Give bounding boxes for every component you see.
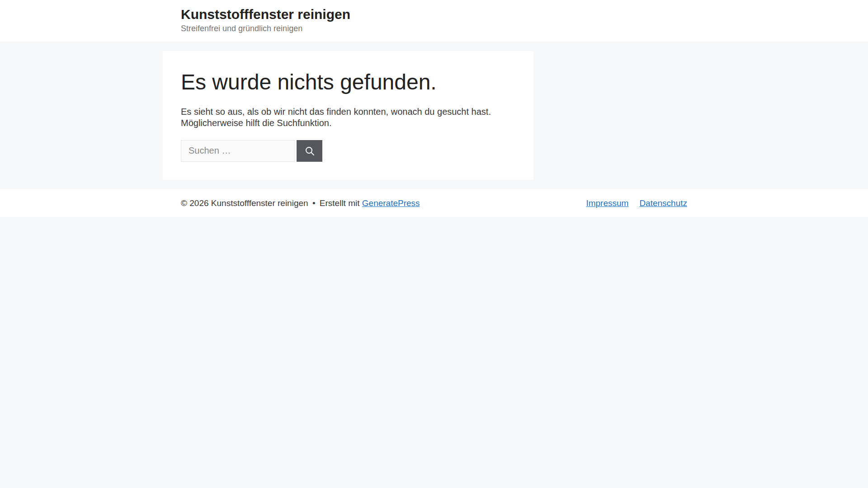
site-header: Kunststofffenster reinigen Streifenfrei … <box>0 0 868 42</box>
footer-link-datenschutz[interactable]: Datenschutz <box>639 198 687 208</box>
search-form <box>181 140 515 162</box>
content-area: Es wurde nichts gefunden. Es sieht so au… <box>0 42 868 189</box>
footer-link-impressum[interactable]: Impressum <box>586 198 628 208</box>
footer-nav: Impressum Datenschutz <box>586 198 687 208</box>
page-title: Es wurde nichts gefunden. <box>181 69 515 95</box>
credit-prefix: Erstellt mit <box>320 198 360 208</box>
generatepress-link[interactable]: GeneratePress <box>362 198 420 208</box>
footer-copyright: © 2026 Kunststofffenster reinigen • Erst… <box>181 198 420 208</box>
not-found-message: Es sieht so aus, als ob wir nicht das fi… <box>181 106 515 129</box>
copyright-text: © 2026 Kunststofffenster reinigen <box>181 198 308 208</box>
site-tagline: Streifenfrei und gründlich reinigen <box>181 23 687 35</box>
search-input[interactable] <box>181 140 295 162</box>
search-icon <box>304 145 315 156</box>
search-button[interactable] <box>297 140 322 162</box>
not-found-card: Es wurde nichts gefunden. Es sieht so au… <box>163 51 533 180</box>
footer-separator: • <box>311 198 317 208</box>
site-title-link[interactable]: Kunststofffenster reinigen <box>181 6 350 23</box>
site-footer: © 2026 Kunststofffenster reinigen • Erst… <box>0 189 868 217</box>
